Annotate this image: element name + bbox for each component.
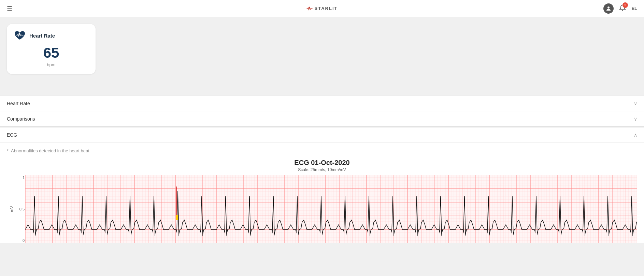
comparisons-collapse[interactable]: Comparisons ∨ — [0, 111, 644, 126]
metric-title: Heart Rate — [29, 33, 55, 39]
account-icon[interactable] — [603, 3, 614, 14]
app-header: ☰ STARLIT 5 EL — [0, 0, 644, 17]
notification-count: 5 — [622, 2, 628, 8]
svg-point-0 — [607, 6, 610, 9]
asterisk: * — [7, 148, 9, 153]
comparisons-collapse-label: Comparisons — [7, 116, 35, 122]
notification-bell[interactable]: 5 — [619, 4, 626, 13]
ecg-section: ECG ∧ * Abnormalities detected in the he… — [0, 127, 644, 243]
ecg-chart-area: mV 1 0.5 0 — [7, 175, 637, 243]
heart-icon-wrapper — [14, 29, 26, 42]
starlit-logo-icon — [306, 6, 313, 11]
y-tick-1: 1 — [23, 176, 25, 180]
heart-rate-collapse[interactable]: Heart Rate ∨ — [0, 96, 644, 111]
ecg-section-header[interactable]: ECG ∧ — [0, 127, 644, 143]
ecg-canvas-wrapper — [25, 175, 637, 243]
ecg-chart-title: ECG 01-Oct-2020 — [7, 159, 637, 167]
metric-value: 65 — [14, 45, 89, 61]
heart-rate-card: Heart Rate 65 bpm — [7, 24, 96, 74]
collapsible-area: Heart Rate ∨ Comparisons ∨ — [0, 96, 644, 127]
ecg-content: * Abnormalities detected in the heart be… — [0, 143, 644, 243]
y-tick-05: 0.5 — [19, 207, 25, 211]
ecg-section-label: ECG — [7, 132, 17, 138]
header-logo: STARLIT — [306, 6, 338, 11]
heart-rate-chevron: ∨ — [634, 101, 637, 106]
menu-icon[interactable]: ☰ — [7, 5, 12, 12]
mv-label: mV — [10, 206, 14, 212]
header-actions: 5 EL — [603, 3, 637, 14]
y-axis-mv-label: mV — [7, 175, 17, 243]
ecg-canvas[interactable] — [25, 175, 637, 243]
logo-text: STARLIT — [315, 6, 338, 11]
heart-rate-collapse-label: Heart Rate — [7, 101, 30, 106]
heart-rate-icon — [14, 30, 26, 41]
user-initials[interactable]: EL — [631, 6, 637, 11]
metric-card-header: Heart Rate — [14, 29, 89, 42]
y-axis-ticks: 1 0.5 0 — [17, 175, 25, 243]
comparisons-chevron: ∨ — [634, 116, 637, 122]
abnormalities-text: Abnormalities detected in the heart beat — [11, 148, 89, 153]
metric-unit: bpm — [14, 62, 89, 67]
abnormalities-note: * Abnormalities detected in the heart be… — [7, 146, 637, 159]
ecg-chevron: ∧ — [634, 132, 637, 138]
ecg-chart-scale: Scale: 25mm/s, 10mm/mV — [7, 167, 637, 172]
top-section: Heart Rate 65 bpm — [0, 17, 644, 96]
y-tick-0: 0 — [23, 238, 25, 243]
